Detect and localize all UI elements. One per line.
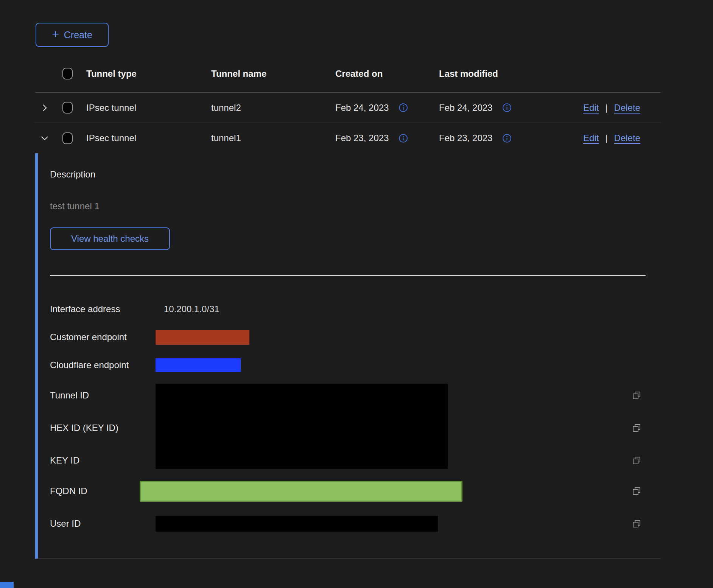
select-all-cell bbox=[62, 68, 86, 79]
column-header-tunnel-name: Tunnel name bbox=[211, 68, 335, 79]
tunnel-name-cell: tunnel1 bbox=[211, 133, 335, 143]
description-label: Description bbox=[50, 153, 661, 180]
interface-address-label: Interface address bbox=[50, 304, 156, 314]
info-icon[interactable] bbox=[399, 134, 408, 143]
plus-icon: + bbox=[52, 28, 59, 40]
row-checkbox-tunnel1[interactable] bbox=[62, 132, 73, 144]
info-icon[interactable] bbox=[502, 134, 512, 143]
tunnel-name-cell: tunnel2 bbox=[211, 103, 335, 113]
chevron-down-icon[interactable] bbox=[40, 133, 50, 143]
tunnel1-expanded-panel: Description test tunnel 1 View health ch… bbox=[35, 153, 661, 559]
table-row-tunnel1: IPsec tunnel tunnel1 Feb 23, 2023 Feb 23… bbox=[35, 123, 661, 153]
user-id-redacted-value bbox=[156, 516, 438, 532]
column-header-last-modified: Last modified bbox=[439, 68, 583, 79]
user-id-label: User ID bbox=[50, 518, 156, 529]
customer-endpoint-redacted-value bbox=[156, 330, 249, 345]
view-health-checks-button[interactable]: View health checks bbox=[50, 227, 170, 250]
tunnel-type-cell: IPsec tunnel bbox=[86, 133, 211, 143]
cloudflare-endpoint-label: Cloudflare endpoint bbox=[50, 360, 156, 370]
table-row-tunnel2: IPsec tunnel tunnel2 Feb 24, 2023 Feb 24… bbox=[35, 93, 661, 123]
edit-link[interactable]: Edit bbox=[583, 103, 599, 113]
create-button-label: Create bbox=[64, 30, 92, 40]
description-value: test tunnel 1 bbox=[50, 201, 661, 212]
section-divider bbox=[50, 275, 646, 276]
copy-icon[interactable] bbox=[631, 390, 642, 401]
customer-endpoint-label: Customer endpoint bbox=[50, 332, 156, 342]
fqdn-id-redacted-value bbox=[140, 481, 462, 502]
copy-icon[interactable] bbox=[631, 455, 642, 466]
created-on-value: Feb 24, 2023 bbox=[335, 103, 389, 113]
interface-address-value: 10.200.1.0/31 bbox=[156, 304, 631, 314]
fqdn-id-row: FQDN ID bbox=[50, 477, 642, 506]
tunnels-table: Tunnel type Tunnel name Created on Last … bbox=[35, 55, 661, 559]
action-separator: | bbox=[605, 133, 607, 143]
key-id-label: KEY ID bbox=[50, 455, 156, 466]
tunnel-ids-group: Tunnel ID HEX ID (KEY ID) KEY bbox=[50, 379, 661, 477]
clipped-blue-element bbox=[0, 582, 14, 588]
copy-icon[interactable] bbox=[631, 518, 642, 529]
hex-id-label: HEX ID (KEY ID) bbox=[50, 423, 156, 433]
row-checkbox-tunnel2[interactable] bbox=[62, 102, 73, 114]
edit-link[interactable]: Edit bbox=[583, 133, 599, 143]
customer-endpoint-row: Customer endpoint bbox=[50, 323, 642, 351]
delete-link[interactable]: Delete bbox=[614, 103, 640, 113]
cloudflare-endpoint-row: Cloudflare endpoint bbox=[50, 351, 642, 379]
column-header-created-on: Created on bbox=[335, 68, 439, 79]
info-icon[interactable] bbox=[399, 103, 408, 112]
create-button[interactable]: + Create bbox=[36, 23, 109, 47]
delete-link[interactable]: Delete bbox=[614, 133, 640, 143]
cloudflare-endpoint-redacted-value bbox=[156, 358, 241, 372]
info-icon[interactable] bbox=[502, 103, 512, 112]
ids-redacted-value bbox=[156, 384, 448, 469]
interface-address-row: Interface address 10.200.1.0/31 bbox=[50, 295, 642, 323]
tunnel-type-cell: IPsec tunnel bbox=[86, 103, 211, 113]
created-on-value: Feb 23, 2023 bbox=[335, 133, 389, 143]
action-separator: | bbox=[605, 103, 607, 113]
last-modified-value: Feb 24, 2023 bbox=[439, 103, 492, 113]
chevron-right-icon[interactable] bbox=[40, 103, 50, 113]
tunnel-id-label: Tunnel ID bbox=[50, 390, 156, 401]
table-header-row: Tunnel type Tunnel name Created on Last … bbox=[35, 55, 661, 93]
select-all-checkbox[interactable] bbox=[62, 68, 73, 79]
column-header-tunnel-type: Tunnel type bbox=[86, 68, 211, 79]
user-id-row: User ID bbox=[50, 509, 642, 538]
copy-icon[interactable] bbox=[631, 486, 642, 496]
last-modified-value: Feb 23, 2023 bbox=[439, 133, 492, 143]
copy-icon[interactable] bbox=[631, 423, 642, 433]
